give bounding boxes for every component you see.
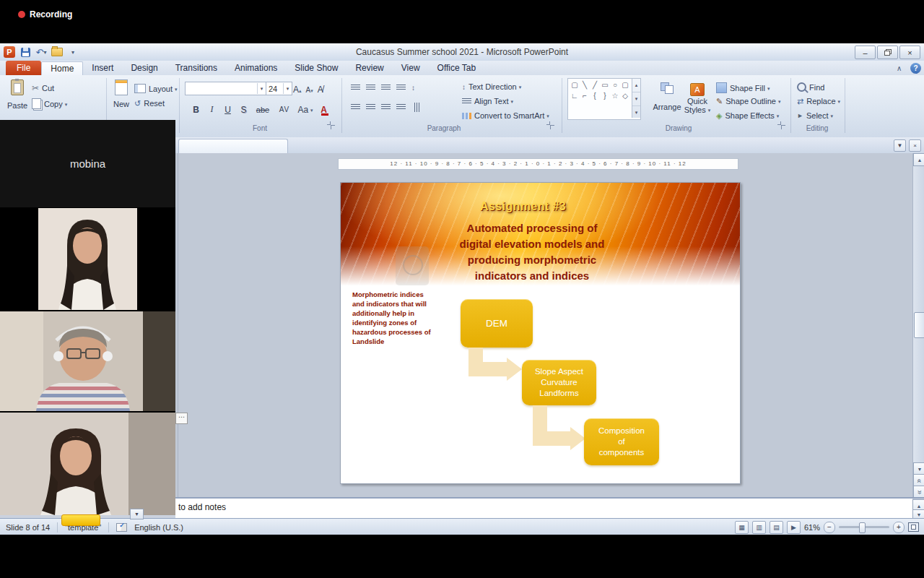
reset-button[interactable]: ↺ Reset — [134, 99, 165, 108]
tab-view[interactable]: View — [393, 61, 429, 75]
help-button[interactable]: ? — [910, 63, 921, 74]
font-size-combo[interactable]: 24▾ — [266, 82, 292, 95]
tab-slide-show[interactable]: Slide Show — [286, 61, 346, 75]
restore-button[interactable] — [877, 46, 898, 59]
shape-outline-button[interactable]: ✎ Shape Outline — [716, 97, 780, 105]
tab-transitions[interactable]: Transitions — [167, 61, 226, 75]
shape-right-brace-icon[interactable]: } — [600, 91, 610, 100]
decrease-indent-button[interactable] — [381, 85, 391, 91]
minimize-ribbon-button[interactable]: ∧ — [897, 64, 902, 72]
shape-star-icon[interactable]: ☆ — [610, 91, 620, 100]
tab-home[interactable]: Home — [41, 61, 83, 75]
strikethrough-button[interactable]: abe — [254, 105, 271, 114]
language-indicator[interactable]: English (U.S.) — [134, 523, 183, 532]
tab-close-button[interactable]: × — [909, 139, 921, 152]
close-button[interactable]: × — [899, 46, 920, 59]
scroll-up-button[interactable]: ▲ — [913, 153, 924, 166]
bullets-button[interactable] — [351, 85, 360, 91]
participant-video-3[interactable] — [0, 413, 175, 515]
flow-box-dem[interactable]: DEM — [461, 299, 533, 348]
shapes-scroll-up-button[interactable]: ▴ — [632, 79, 640, 92]
slide-subtitle[interactable]: Automated processing of digital elevatio… — [341, 220, 723, 284]
copy-button[interactable]: Copy — [32, 98, 67, 109]
slide-side-note[interactable]: Morphometric indices and indicators that… — [352, 290, 453, 346]
open-button[interactable] — [51, 46, 64, 59]
shape-diamond-icon[interactable]: ◇ — [620, 91, 630, 100]
powerpoint-logo-icon[interactable]: P — [3, 46, 16, 59]
flow-box-slope[interactable]: Slope Aspect Curvature Landforms — [522, 360, 596, 405]
shape-connector-icon[interactable]: ⌐ — [580, 91, 590, 100]
customize-qat-button[interactable]: ▾ — [66, 46, 79, 59]
select-button[interactable]: ► Select — [797, 111, 833, 120]
save-button[interactable] — [19, 46, 32, 59]
shape-left-brace-icon[interactable]: { — [590, 91, 600, 100]
bold-button[interactable]: B — [191, 105, 201, 115]
vertical-scrollbar[interactable]: ▲ ▼ « « — [912, 153, 924, 497]
reading-view-button[interactable]: ▤ — [770, 521, 783, 534]
fit-to-window-button[interactable] — [908, 522, 919, 532]
character-spacing-button[interactable]: AV — [276, 105, 292, 113]
align-left-button[interactable] — [351, 104, 360, 111]
change-case-button[interactable]: Aa — [297, 105, 313, 115]
justify-button[interactable] — [396, 104, 406, 111]
flow-box-composition[interactable]: Composition of components — [584, 418, 659, 465]
slide-title[interactable]: Assignment #3 — [341, 200, 705, 213]
tab-review[interactable]: Review — [346, 61, 392, 75]
italic-button[interactable]: I — [206, 104, 217, 115]
columns-button[interactable] — [413, 103, 419, 112]
cut-button[interactable]: ✂ Cut — [32, 84, 54, 92]
tab-animations[interactable]: Animations — [226, 61, 286, 75]
shapes-more-button[interactable]: ▾ — [632, 106, 640, 119]
underline-button[interactable]: U — [222, 105, 233, 115]
grow-font-button[interactable]: A▴ — [293, 82, 302, 95]
shape-rectangle-icon[interactable]: ▭ — [600, 80, 610, 90]
font-color-button[interactable]: A — [318, 105, 329, 115]
shape-line-icon[interactable]: ╲ — [580, 80, 590, 90]
participant-video-1[interactable] — [0, 208, 175, 311]
zoom-level[interactable]: 61% — [804, 523, 820, 532]
align-text-button[interactable]: Align Text — [462, 97, 513, 105]
zoom-out-button[interactable]: − — [824, 522, 835, 533]
tab-insert[interactable]: Insert — [83, 61, 122, 75]
zoom-in-button[interactable]: + — [893, 522, 905, 533]
normal-view-button[interactable]: ▦ — [735, 521, 749, 534]
tab-design[interactable]: Design — [122, 61, 166, 75]
replace-button[interactable]: ⇄ Replace — [797, 97, 840, 105]
paste-button[interactable]: Paste — [6, 79, 29, 110]
convert-to-smartart-button[interactable]: Convert to SmartArt — [462, 111, 549, 120]
line-spacing-button[interactable]: ↕ — [411, 84, 415, 92]
clear-formatting-button[interactable]: A̸ — [318, 82, 323, 95]
shape-fill-button[interactable]: Shape Fill — [716, 82, 770, 93]
shrink-font-button[interactable]: A▾ — [306, 82, 313, 95]
document-tab[interactable] — [178, 139, 288, 154]
shape-select-icon[interactable]: ▢ — [570, 80, 580, 90]
slide-sorter-view-button[interactable]: ▥ — [752, 521, 766, 534]
align-right-button[interactable] — [381, 104, 391, 111]
new-slide-button[interactable]: New — [110, 79, 133, 108]
notes-placeholder[interactable]: to add notes — [178, 502, 226, 512]
slide-canvas[interactable]: Assignment #3 Automated processing of di… — [340, 182, 741, 484]
quick-styles-button[interactable]: Quick Styles — [683, 82, 712, 114]
font-name-combo[interactable]: ▾ — [185, 82, 266, 95]
align-center-button[interactable] — [366, 104, 375, 111]
shapes-gallery[interactable]: ▢ ╲ ╱ ▭ ○ ▢ ∟ ⌐ { } ☆ ◇ ▴ ▾ ▾ — [567, 78, 641, 120]
undo-button[interactable]: ↶▾ — [35, 46, 48, 59]
shape-arrow-icon[interactable]: ╱ — [590, 80, 600, 90]
overlay-drag-handle[interactable]: ⋯ — [175, 413, 188, 424]
tab-list-dropdown-button[interactable]: ▼ — [894, 139, 906, 152]
numbering-button[interactable] — [366, 85, 375, 91]
participant-video-2[interactable] — [0, 311, 175, 413]
slide-show-button[interactable]: ▶ — [787, 521, 801, 534]
zoom-slider[interactable] — [839, 526, 889, 528]
layout-button[interactable]: Layout — [134, 84, 178, 93]
tab-office-tab[interactable]: Office Tab — [429, 61, 485, 75]
tab-file[interactable]: File — [6, 61, 41, 75]
shape-rounded-rect-icon[interactable]: ▢ — [620, 80, 630, 90]
spell-check-icon[interactable] — [116, 523, 127, 532]
shapes-scroll-down-button[interactable]: ▾ — [632, 92, 640, 106]
pane-divider[interactable] — [178, 153, 178, 497]
minimize-button[interactable]: – — [855, 46, 876, 59]
find-button[interactable]: Find — [797, 82, 824, 92]
shape-elbow-icon[interactable]: ∟ — [570, 91, 580, 100]
participant-tile-name[interactable]: mobina — [0, 120, 175, 208]
